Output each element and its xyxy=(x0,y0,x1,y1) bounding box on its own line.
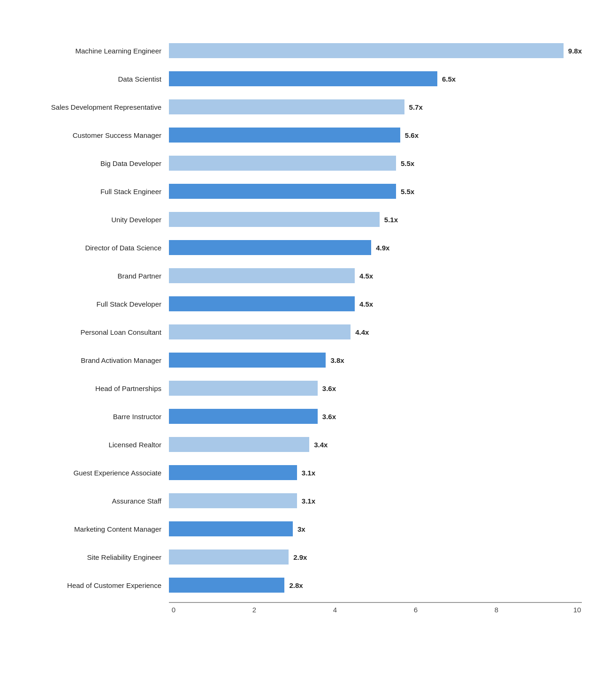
x-axis: 0246810 xyxy=(169,602,582,614)
x-axis-tick-label: 4 xyxy=(330,606,340,614)
job-label: Guest Experience Associate xyxy=(28,469,169,477)
bar xyxy=(169,465,297,480)
bar xyxy=(169,99,404,114)
bar xyxy=(169,240,371,255)
bar-row: Marketing Content Manager3x xyxy=(28,516,582,542)
bar-value: 4.5x xyxy=(359,300,373,308)
bar-wrapper: 3.1x xyxy=(169,465,582,480)
bar-value: 3.1x xyxy=(302,497,315,505)
bar-wrapper: 4.5x xyxy=(169,268,582,283)
bar-wrapper: 6.5x xyxy=(169,71,582,86)
bar xyxy=(169,353,326,368)
job-label: Licensed Realtor xyxy=(28,441,169,449)
bar-wrapper: 4.9x xyxy=(169,240,582,255)
job-label: Sales Development Representative xyxy=(28,103,169,111)
bar xyxy=(169,296,355,311)
bar xyxy=(169,212,380,227)
bar-wrapper: 5.5x xyxy=(169,184,582,199)
bar-wrapper: 5.1x xyxy=(169,212,582,227)
bar xyxy=(169,156,396,171)
job-label: Brand Partner xyxy=(28,272,169,280)
job-label: Full Stack Engineer xyxy=(28,188,169,196)
bar xyxy=(169,43,564,58)
bar-value: 3.6x xyxy=(322,384,336,392)
job-label: Big Data Developer xyxy=(28,159,169,167)
bar-row: Full Stack Developer4.5x xyxy=(28,291,582,317)
job-label: Marketing Content Manager xyxy=(28,525,169,533)
bar-wrapper: 4.4x xyxy=(169,324,582,339)
bar xyxy=(169,268,355,283)
bar-value: 9.8x xyxy=(568,47,582,55)
job-label: Machine Learning Engineer xyxy=(28,47,169,55)
bar-wrapper: 3.8x xyxy=(169,353,582,368)
bar xyxy=(169,409,318,424)
bar-row: Customer Success Manager5.6x xyxy=(28,122,582,148)
bar-value: 3.8x xyxy=(330,356,344,364)
bar-value: 5.1x xyxy=(384,216,398,224)
bar-value: 3.6x xyxy=(322,413,336,421)
bar-row: Brand Partner4.5x xyxy=(28,263,582,289)
bar-row: Barre Instructor3.6x xyxy=(28,403,582,429)
bar-wrapper: 9.8x xyxy=(169,43,582,58)
bar-value: 4.9x xyxy=(376,244,389,252)
job-label: Barre Instructor xyxy=(28,413,169,421)
job-label: Brand Activation Manager xyxy=(28,356,169,364)
bar-row: Sales Development Representative5.7x xyxy=(28,94,582,120)
bar-row: Unity Developer5.1x xyxy=(28,206,582,233)
bar-wrapper: 5.6x xyxy=(169,128,582,143)
chart-area: Machine Learning Engineer9.8xData Scient… xyxy=(28,38,582,600)
bar xyxy=(169,128,400,143)
chart-container: Machine Learning Engineer9.8xData Scient… xyxy=(28,38,582,614)
bar xyxy=(169,493,297,508)
bar xyxy=(169,521,293,536)
bar-value: 5.5x xyxy=(401,159,414,167)
bar xyxy=(169,578,284,593)
bar-row: Big Data Developer5.5x xyxy=(28,150,582,176)
bar-row: Head of Customer Experience2.8x xyxy=(28,572,582,598)
bar-row: Brand Activation Manager3.8x xyxy=(28,347,582,373)
bar-value: 5.7x xyxy=(409,103,423,111)
x-axis-tick-label: 10 xyxy=(572,606,582,614)
job-label: Unity Developer xyxy=(28,216,169,224)
x-axis-line xyxy=(169,602,582,603)
job-label: Assurance Staff xyxy=(28,497,169,505)
x-axis-tick-label: 6 xyxy=(411,606,420,614)
bar-value: 3.1x xyxy=(302,469,315,477)
x-axis-tick-label: 0 xyxy=(169,606,178,614)
bar-wrapper: 3.6x xyxy=(169,381,582,396)
bar-wrapper: 3.4x xyxy=(169,437,582,452)
bar-wrapper: 2.9x xyxy=(169,549,582,565)
bar-wrapper: 3.6x xyxy=(169,409,582,424)
bar-row: Site Reliability Engineer2.9x xyxy=(28,544,582,570)
bar-wrapper: 4.5x xyxy=(169,296,582,311)
bar-row: Guest Experience Associate3.1x xyxy=(28,459,582,486)
bar-row: Director of Data Science4.9x xyxy=(28,234,582,261)
bar-value: 2.8x xyxy=(289,581,303,589)
bar-row: Personal Loan Consultant4.4x xyxy=(28,319,582,345)
job-label: Customer Success Manager xyxy=(28,131,169,139)
bar-value: 3x xyxy=(297,525,305,533)
job-label: Director of Data Science xyxy=(28,244,169,252)
bar xyxy=(169,71,437,86)
bar-wrapper: 3x xyxy=(169,521,582,536)
bar-row: Full Stack Engineer5.5x xyxy=(28,178,582,204)
bar-row: Assurance Staff3.1x xyxy=(28,488,582,514)
job-label: Personal Loan Consultant xyxy=(28,328,169,336)
bar-wrapper: 3.1x xyxy=(169,493,582,508)
bar-value: 4.5x xyxy=(359,272,373,280)
bar-row: Data Scientist6.5x xyxy=(28,66,582,92)
x-axis-container: 0246810 xyxy=(28,602,582,614)
job-label: Full Stack Developer xyxy=(28,300,169,308)
bar xyxy=(169,184,396,199)
bar-row: Licensed Realtor3.4x xyxy=(28,431,582,458)
bar-wrapper: 5.5x xyxy=(169,156,582,171)
job-label: Site Reliability Engineer xyxy=(28,553,169,561)
bar-value: 6.5x xyxy=(442,75,456,83)
bar-row: Head of Partnerships3.6x xyxy=(28,375,582,401)
bar xyxy=(169,324,351,339)
bar-value: 2.9x xyxy=(293,553,307,561)
x-axis-tick-label: 8 xyxy=(492,606,501,614)
job-label: Head of Partnerships xyxy=(28,384,169,392)
bar-value: 5.5x xyxy=(401,188,414,196)
x-axis-tick-label: 2 xyxy=(250,606,259,614)
